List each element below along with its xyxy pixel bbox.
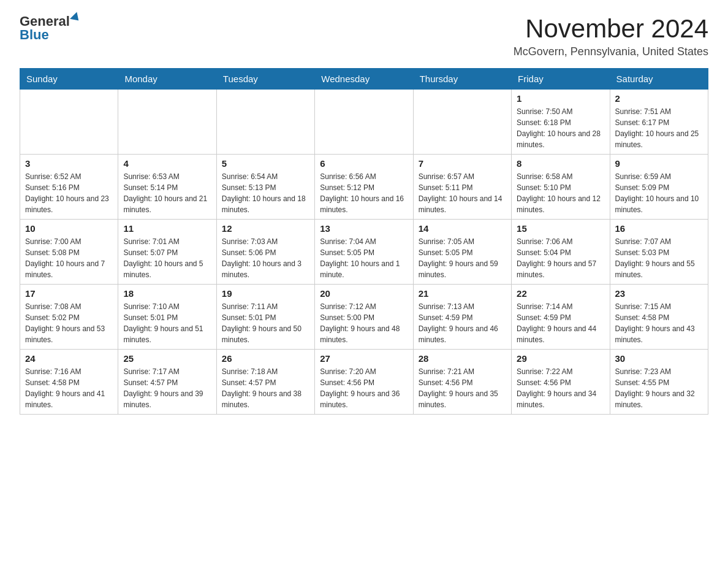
- day-of-week-header: Tuesday: [216, 69, 314, 90]
- day-of-week-header: Monday: [118, 69, 216, 90]
- calendar-day-cell: [413, 90, 511, 155]
- day-info: Sunrise: 7:07 AM Sunset: 5:03 PM Dayligh…: [615, 236, 703, 280]
- day-info: Sunrise: 7:00 AM Sunset: 5:08 PM Dayligh…: [25, 236, 113, 280]
- calendar-day-cell: 29Sunrise: 7:22 AM Sunset: 4:56 PM Dayli…: [512, 350, 610, 415]
- day-number: 1: [517, 93, 604, 104]
- day-number: 26: [222, 353, 309, 364]
- day-info: Sunrise: 7:16 AM Sunset: 4:58 PM Dayligh…: [25, 366, 113, 410]
- page-header: General Blue November 2024 McGovern, Pen…: [20, 15, 708, 58]
- calendar-day-cell: 21Sunrise: 7:13 AM Sunset: 4:59 PM Dayli…: [413, 285, 511, 350]
- day-number: 27: [320, 353, 408, 364]
- calendar-week-row: 1Sunrise: 7:50 AM Sunset: 6:18 PM Daylig…: [20, 90, 708, 155]
- calendar-day-cell: 15Sunrise: 7:06 AM Sunset: 5:04 PM Dayli…: [512, 220, 610, 285]
- day-info: Sunrise: 7:14 AM Sunset: 4:59 PM Dayligh…: [517, 301, 604, 345]
- calendar-day-cell: 17Sunrise: 7:08 AM Sunset: 5:02 PM Dayli…: [20, 285, 118, 350]
- day-info: Sunrise: 6:53 AM Sunset: 5:14 PM Dayligh…: [123, 171, 211, 215]
- day-info: Sunrise: 6:52 AM Sunset: 5:16 PM Dayligh…: [25, 171, 113, 215]
- day-of-week-header: Thursday: [413, 69, 511, 90]
- calendar-week-row: 3Sunrise: 6:52 AM Sunset: 5:16 PM Daylig…: [20, 155, 708, 220]
- day-info: Sunrise: 7:15 AM Sunset: 4:58 PM Dayligh…: [615, 301, 703, 345]
- day-number: 10: [25, 223, 113, 234]
- day-number: 4: [123, 158, 211, 169]
- day-info: Sunrise: 6:56 AM Sunset: 5:12 PM Dayligh…: [320, 171, 408, 215]
- day-info: Sunrise: 7:12 AM Sunset: 5:00 PM Dayligh…: [320, 301, 408, 345]
- day-number: 28: [419, 353, 506, 364]
- day-number: 24: [25, 353, 113, 364]
- calendar-week-row: 10Sunrise: 7:00 AM Sunset: 5:08 PM Dayli…: [20, 220, 708, 285]
- calendar-day-cell: [20, 90, 118, 155]
- calendar-day-cell: 19Sunrise: 7:11 AM Sunset: 5:01 PM Dayli…: [216, 285, 314, 350]
- day-number: 5: [222, 158, 309, 169]
- calendar-day-cell: 12Sunrise: 7:03 AM Sunset: 5:06 PM Dayli…: [216, 220, 314, 285]
- day-info: Sunrise: 6:57 AM Sunset: 5:11 PM Dayligh…: [419, 171, 506, 215]
- day-number: 7: [419, 158, 506, 169]
- calendar-day-cell: 8Sunrise: 6:58 AM Sunset: 5:10 PM Daylig…: [512, 155, 610, 220]
- day-number: 30: [615, 353, 703, 364]
- calendar-day-cell: 27Sunrise: 7:20 AM Sunset: 4:56 PM Dayli…: [315, 350, 413, 415]
- calendar-week-row: 24Sunrise: 7:16 AM Sunset: 4:58 PM Dayli…: [20, 350, 708, 415]
- calendar-week-row: 17Sunrise: 7:08 AM Sunset: 5:02 PM Dayli…: [20, 285, 708, 350]
- calendar-day-cell: 16Sunrise: 7:07 AM Sunset: 5:03 PM Dayli…: [610, 220, 708, 285]
- day-info: Sunrise: 7:17 AM Sunset: 4:57 PM Dayligh…: [123, 366, 211, 410]
- calendar-day-cell: [216, 90, 314, 155]
- day-info: Sunrise: 7:05 AM Sunset: 5:05 PM Dayligh…: [419, 236, 506, 280]
- day-number: 20: [320, 288, 408, 299]
- calendar-day-cell: 25Sunrise: 7:17 AM Sunset: 4:57 PM Dayli…: [118, 350, 216, 415]
- calendar-day-cell: 13Sunrise: 7:04 AM Sunset: 5:05 PM Dayli…: [315, 220, 413, 285]
- logo-blue-text: Blue: [20, 28, 49, 42]
- day-info: Sunrise: 7:22 AM Sunset: 4:56 PM Dayligh…: [517, 366, 604, 410]
- day-number: 17: [25, 288, 113, 299]
- day-of-week-header: Friday: [512, 69, 610, 90]
- calendar-day-cell: 5Sunrise: 6:54 AM Sunset: 5:13 PM Daylig…: [216, 155, 314, 220]
- logo: General Blue: [20, 15, 81, 42]
- calendar-day-cell: 22Sunrise: 7:14 AM Sunset: 4:59 PM Dayli…: [512, 285, 610, 350]
- calendar-header-row: SundayMondayTuesdayWednesdayThursdayFrid…: [20, 69, 708, 90]
- day-number: 22: [517, 288, 604, 299]
- day-number: 8: [517, 158, 604, 169]
- day-info: Sunrise: 7:23 AM Sunset: 4:55 PM Dayligh…: [615, 366, 703, 410]
- day-number: 2: [615, 93, 703, 104]
- day-info: Sunrise: 7:01 AM Sunset: 5:07 PM Dayligh…: [123, 236, 211, 280]
- logo-arrow-icon: [70, 12, 82, 24]
- calendar-day-cell: 3Sunrise: 6:52 AM Sunset: 5:16 PM Daylig…: [20, 155, 118, 220]
- calendar-day-cell: 28Sunrise: 7:21 AM Sunset: 4:56 PM Dayli…: [413, 350, 511, 415]
- calendar-day-cell: 4Sunrise: 6:53 AM Sunset: 5:14 PM Daylig…: [118, 155, 216, 220]
- day-of-week-header: Wednesday: [315, 69, 413, 90]
- calendar-day-cell: 30Sunrise: 7:23 AM Sunset: 4:55 PM Dayli…: [610, 350, 708, 415]
- day-number: 9: [615, 158, 703, 169]
- calendar-day-cell: 18Sunrise: 7:10 AM Sunset: 5:01 PM Dayli…: [118, 285, 216, 350]
- day-info: Sunrise: 6:58 AM Sunset: 5:10 PM Dayligh…: [517, 171, 604, 215]
- day-number: 13: [320, 223, 408, 234]
- day-info: Sunrise: 6:59 AM Sunset: 5:09 PM Dayligh…: [615, 171, 703, 215]
- day-info: Sunrise: 7:20 AM Sunset: 4:56 PM Dayligh…: [320, 366, 408, 410]
- day-number: 18: [123, 288, 211, 299]
- day-number: 6: [320, 158, 408, 169]
- day-of-week-header: Saturday: [610, 69, 708, 90]
- day-info: Sunrise: 7:51 AM Sunset: 6:17 PM Dayligh…: [615, 106, 703, 150]
- calendar-day-cell: 1Sunrise: 7:50 AM Sunset: 6:18 PM Daylig…: [512, 90, 610, 155]
- calendar-day-cell: 2Sunrise: 7:51 AM Sunset: 6:17 PM Daylig…: [610, 90, 708, 155]
- day-number: 23: [615, 288, 703, 299]
- day-info: Sunrise: 7:11 AM Sunset: 5:01 PM Dayligh…: [222, 301, 309, 345]
- calendar-day-cell: 6Sunrise: 6:56 AM Sunset: 5:12 PM Daylig…: [315, 155, 413, 220]
- day-number: 21: [419, 288, 506, 299]
- calendar-day-cell: 23Sunrise: 7:15 AM Sunset: 4:58 PM Dayli…: [610, 285, 708, 350]
- day-number: 12: [222, 223, 309, 234]
- day-info: Sunrise: 7:13 AM Sunset: 4:59 PM Dayligh…: [419, 301, 506, 345]
- day-info: Sunrise: 7:04 AM Sunset: 5:05 PM Dayligh…: [320, 236, 408, 280]
- day-number: 25: [123, 353, 211, 364]
- location-text: McGovern, Pennsylvania, United States: [514, 45, 708, 58]
- day-info: Sunrise: 7:21 AM Sunset: 4:56 PM Dayligh…: [419, 366, 506, 410]
- day-info: Sunrise: 7:08 AM Sunset: 5:02 PM Dayligh…: [25, 301, 113, 345]
- calendar-day-cell: 7Sunrise: 6:57 AM Sunset: 5:11 PM Daylig…: [413, 155, 511, 220]
- day-info: Sunrise: 7:03 AM Sunset: 5:06 PM Dayligh…: [222, 236, 309, 280]
- logo-general-text: General: [20, 15, 70, 28]
- calendar-day-cell: 24Sunrise: 7:16 AM Sunset: 4:58 PM Dayli…: [20, 350, 118, 415]
- calendar-day-cell: 14Sunrise: 7:05 AM Sunset: 5:05 PM Dayli…: [413, 220, 511, 285]
- calendar-day-cell: 26Sunrise: 7:18 AM Sunset: 4:57 PM Dayli…: [216, 350, 314, 415]
- calendar-day-cell: 11Sunrise: 7:01 AM Sunset: 5:07 PM Dayli…: [118, 220, 216, 285]
- day-info: Sunrise: 6:54 AM Sunset: 5:13 PM Dayligh…: [222, 171, 309, 215]
- day-info: Sunrise: 7:10 AM Sunset: 5:01 PM Dayligh…: [123, 301, 211, 345]
- calendar-day-cell: 9Sunrise: 6:59 AM Sunset: 5:09 PM Daylig…: [610, 155, 708, 220]
- day-number: 15: [517, 223, 604, 234]
